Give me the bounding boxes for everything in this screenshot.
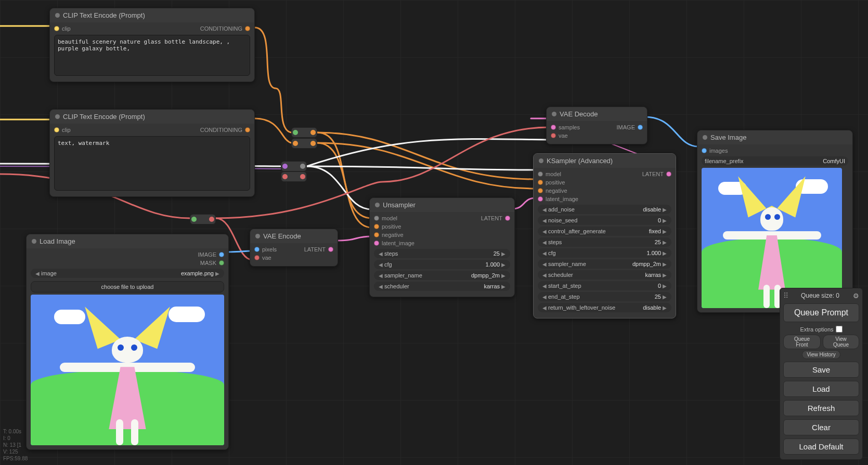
port-out[interactable] bbox=[310, 141, 316, 146]
port-out[interactable] bbox=[310, 130, 316, 135]
reroute-node[interactable] bbox=[281, 171, 307, 182]
chevron-right-icon[interactable]: ▶ bbox=[214, 271, 221, 276]
node-clip-text-encode-1[interactable]: CLIP Text Encode (Prompt) clip CONDITION… bbox=[49, 8, 255, 82]
port-images-in[interactable] bbox=[702, 148, 707, 153]
port-out[interactable] bbox=[209, 217, 214, 222]
node-header[interactable]: Load Image bbox=[27, 234, 228, 248]
prompt-textarea[interactable] bbox=[54, 35, 250, 76]
port-clip-in[interactable] bbox=[54, 26, 59, 31]
load-button[interactable]: Load bbox=[783, 381, 859, 397]
widget-filename-prefix[interactable]: filename_prefix ComfyUI bbox=[702, 156, 848, 166]
port-positive-in[interactable] bbox=[374, 224, 379, 229]
collapse-dot-icon[interactable] bbox=[703, 135, 707, 140]
port-latent-in[interactable] bbox=[374, 241, 379, 246]
port-out[interactable] bbox=[300, 174, 305, 179]
node-title: CLIP Text Encode (Prompt) bbox=[63, 11, 145, 19]
queue-front-button[interactable]: Queue Front bbox=[783, 335, 821, 349]
widget-return-noise[interactable]: ◀return_with_leftover_noisedisable▶ bbox=[538, 303, 671, 312]
port-negative-in[interactable] bbox=[374, 232, 379, 237]
port-out[interactable] bbox=[300, 164, 305, 169]
load-default-button[interactable]: Load Default bbox=[783, 439, 859, 455]
save-button[interactable]: Save bbox=[783, 362, 859, 378]
widget-seed[interactable]: ◀noise_seed0▶ bbox=[538, 216, 671, 225]
port-vae-in[interactable] bbox=[551, 133, 556, 138]
collapse-dot-icon[interactable] bbox=[55, 114, 60, 119]
port-mask-out[interactable] bbox=[219, 260, 224, 265]
node-vae-decode[interactable]: VAE Decode samplesIMAGE vae bbox=[546, 107, 647, 144]
collapse-dot-icon[interactable] bbox=[552, 112, 556, 116]
chevron-left-icon[interactable]: ◀ bbox=[34, 271, 41, 276]
port-latent-out[interactable] bbox=[505, 216, 510, 221]
widget-cfg[interactable]: ◀cfg1.000▶ bbox=[538, 248, 671, 258]
collapse-dot-icon[interactable] bbox=[55, 13, 60, 18]
reroute-node[interactable] bbox=[281, 161, 307, 171]
collapse-dot-icon[interactable] bbox=[375, 203, 380, 207]
node-header[interactable]: VAE Decode bbox=[547, 107, 647, 121]
view-history-button[interactable]: View History bbox=[802, 350, 840, 359]
port-conditioning-out[interactable] bbox=[245, 26, 250, 31]
node-header[interactable]: KSampler (Advanced) bbox=[534, 154, 676, 168]
widget-start-step[interactable]: ◀start_at_step0▶ bbox=[538, 281, 671, 290]
node-vae-encode[interactable]: VAE Encode pixels LATENT vae bbox=[250, 229, 338, 267]
port-pixels-in[interactable] bbox=[254, 247, 260, 252]
port-clip-in[interactable] bbox=[54, 127, 59, 132]
refresh-button[interactable]: Refresh bbox=[783, 400, 859, 416]
collapse-dot-icon[interactable] bbox=[539, 158, 543, 163]
port-latent-in[interactable] bbox=[538, 196, 543, 202]
io-label: LATENT bbox=[304, 246, 326, 253]
port-samples-in[interactable] bbox=[551, 125, 556, 130]
node-header[interactable]: VAE Encode bbox=[250, 229, 338, 243]
node-load-image[interactable]: Load Image IMAGE MASK ◀ image example.pn… bbox=[26, 234, 229, 450]
node-clip-text-encode-2[interactable]: CLIP Text Encode (Prompt) clip CONDITION… bbox=[49, 109, 255, 197]
port-negative-in[interactable] bbox=[538, 188, 543, 193]
port-in[interactable] bbox=[191, 217, 197, 222]
queue-prompt-button[interactable]: Queue Prompt bbox=[783, 303, 859, 322]
upload-button[interactable]: choose file to upload bbox=[31, 281, 224, 293]
widget-cfg[interactable]: ◀cfg1.000▶ bbox=[374, 260, 510, 269]
reroute-node[interactable] bbox=[190, 214, 216, 224]
port-vae-in[interactable] bbox=[254, 255, 260, 260]
io-label: samples bbox=[559, 124, 580, 130]
port-model-in[interactable] bbox=[374, 216, 379, 221]
port-latent-out[interactable] bbox=[666, 171, 671, 177]
port-image-out[interactable] bbox=[219, 252, 224, 257]
drag-handle-icon[interactable]: ⠿ bbox=[783, 291, 787, 300]
widget-control-after[interactable]: ◀control_after_generatefixed▶ bbox=[538, 227, 671, 236]
widget-steps[interactable]: ◀steps25▶ bbox=[374, 249, 510, 258]
control-panel[interactable]: ⠿ Queue size: 0 ⚙ Queue Prompt Extra opt… bbox=[780, 288, 863, 460]
node-save-image[interactable]: Save Image images filename_prefix ComfyU… bbox=[697, 130, 853, 313]
collapse-dot-icon[interactable] bbox=[32, 239, 36, 244]
widget-scheduler[interactable]: ◀schedulerkarras▶ bbox=[374, 282, 510, 291]
port-in[interactable] bbox=[293, 141, 298, 146]
node-header[interactable]: Unsampler bbox=[370, 198, 514, 212]
port-in[interactable] bbox=[282, 164, 288, 169]
io-label: latent_image bbox=[382, 240, 414, 246]
widget-end-step[interactable]: ◀end_at_step25▶ bbox=[538, 292, 671, 301]
node-header[interactable]: Save Image bbox=[697, 130, 852, 144]
extra-options-checkbox[interactable] bbox=[836, 326, 843, 333]
node-header[interactable]: CLIP Text Encode (Prompt) bbox=[50, 110, 254, 124]
node-ksampler-advanced[interactable]: KSampler (Advanced) modelLATENT positive… bbox=[533, 153, 676, 318]
port-in[interactable] bbox=[293, 130, 298, 135]
widget-scheduler[interactable]: ◀schedulerkarras▶ bbox=[538, 270, 671, 280]
reroute-node[interactable] bbox=[291, 127, 317, 138]
port-model-in[interactable] bbox=[538, 171, 543, 177]
node-unsampler[interactable]: Unsampler modelLATENT positive negative … bbox=[369, 197, 515, 297]
widget-steps[interactable]: ◀steps25▶ bbox=[538, 237, 671, 247]
collapse-dot-icon[interactable] bbox=[255, 234, 260, 238]
clear-button[interactable]: Clear bbox=[783, 419, 859, 435]
widget-add-noise[interactable]: ◀add_noisedisable▶ bbox=[538, 205, 671, 214]
reroute-node[interactable] bbox=[291, 138, 317, 149]
port-positive-in[interactable] bbox=[538, 180, 543, 185]
gear-icon[interactable]: ⚙ bbox=[853, 292, 859, 300]
prompt-textarea[interactable] bbox=[54, 136, 250, 191]
port-conditioning-out[interactable] bbox=[245, 127, 250, 132]
image-selector[interactable]: ◀ image example.png ▶ bbox=[31, 269, 224, 278]
widget-sampler[interactable]: ◀sampler_namedpmpp_2m▶ bbox=[538, 259, 671, 269]
port-image-out[interactable] bbox=[638, 125, 643, 130]
node-header[interactable]: CLIP Text Encode (Prompt) bbox=[50, 8, 254, 22]
port-in[interactable] bbox=[282, 174, 288, 179]
widget-sampler[interactable]: ◀sampler_namedpmpp_2m▶ bbox=[374, 271, 510, 280]
port-latent-out[interactable] bbox=[328, 247, 333, 252]
view-queue-button[interactable]: View Queue bbox=[823, 335, 859, 349]
